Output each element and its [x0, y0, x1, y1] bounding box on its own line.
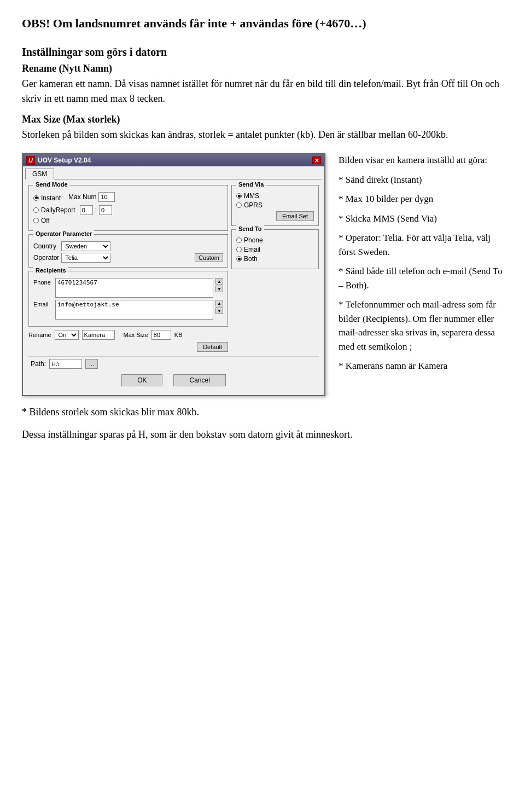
description-point-2: * Skicka MMS (Send Via) [339, 212, 503, 226]
send-mode-daily-row: DailyReport : [33, 205, 223, 215]
send-to-content: Phone Email Both [236, 236, 314, 263]
send-via-gprs-row: GPRS [236, 201, 314, 209]
phone-row: Phone 46701234567 ▲ ▼ [33, 278, 223, 298]
browse-button[interactable]: ... [85, 359, 98, 369]
send-to-email-radio[interactable] [236, 247, 242, 252]
send-mode-group: Send Mode Instant Max Num [28, 185, 228, 231]
close-button[interactable]: ✕ [312, 156, 321, 164]
custom-button[interactable]: Custom [195, 253, 223, 262]
description-intro: Bilden visar en kamera inställd att göra… [339, 153, 503, 167]
rename-heading: Rename (Nytt Namn) [22, 63, 503, 74]
maxsize-label: Max Size [124, 332, 148, 338]
footer2: Dessa inställningar sparas på H, som är … [22, 427, 503, 442]
right-column: Send Via MMS GPRS [231, 185, 319, 354]
titlebar-left: U UOV Setup V2.04 [26, 156, 91, 165]
operator-select[interactable]: Telia [61, 253, 110, 263]
description-point-4: * Sänd både till telefon och e-mail (Sen… [339, 264, 503, 292]
email-set-row: Email Set [236, 211, 314, 221]
path-label: Path: [31, 360, 46, 368]
send-mode-content: Instant Max Num DailyReport [33, 192, 223, 224]
description-point-6: * Kamerans namn är Kamera [339, 359, 503, 373]
rename-onoff-select[interactable]: On Off [55, 330, 79, 340]
email-scroll-up[interactable]: ▲ [215, 300, 223, 306]
send-mode-instant-label: Instant [41, 194, 61, 202]
send-via-gprs-label: GPRS [244, 201, 262, 209]
send-via-group: Send Via MMS GPRS [231, 185, 319, 226]
send-to-phone-label: Phone [244, 236, 263, 244]
description-panel: Bilden visar en kamera inställd att göra… [339, 153, 503, 396]
ok-cancel-row: OK Cancel [28, 371, 319, 390]
section1-heading: Inställningar som görs i datorn [22, 46, 503, 59]
description-point-1: * Max 10 bilder per dygn [339, 192, 503, 206]
page-title: OBS! Om landsnumret används får inte + a… [22, 16, 503, 31]
send-to-label: Send To [236, 225, 264, 232]
send-to-both-label: Both [244, 255, 258, 263]
maxsize-heading: Max Size (Max storlek) [22, 114, 503, 125]
rename-label: Rename [28, 332, 51, 338]
maxsize-input[interactable] [151, 330, 171, 340]
send-via-mms-radio[interactable] [236, 193, 242, 199]
phone-scroll-up[interactable]: ▲ [215, 278, 223, 285]
path-row: Path: ... [28, 356, 319, 371]
send-to-group: Send To Phone Email [231, 229, 319, 269]
recipients-content: Phone 46701234567 ▲ ▼ Email info@n [33, 278, 223, 320]
operator-label: Operator [33, 254, 59, 262]
default-button[interactable]: Default [197, 342, 228, 352]
dialog-title: UOV Setup V2.04 [38, 156, 91, 164]
daily-hour-input[interactable] [80, 205, 93, 215]
email-input[interactable]: info@nettojakt.se [55, 300, 213, 320]
operator-content: Country Sweden Operator Telia Custom [33, 241, 223, 263]
send-mode-instant-row: Instant Max Num [33, 192, 223, 204]
send-to-phone-radio[interactable] [236, 237, 242, 243]
send-to-both-radio[interactable] [236, 256, 242, 262]
phone-scroll-down[interactable]: ▼ [215, 286, 223, 292]
send-to-email-row: Email [236, 246, 314, 253]
send-mode-daily-label: DailyReport [41, 206, 75, 214]
operator-param-group: Operator Parameter Country Sweden Operat… [28, 234, 228, 268]
tab-gsm[interactable]: GSM [25, 169, 54, 179]
phone-scroll: ▲ ▼ [215, 278, 223, 292]
email-scroll-down[interactable]: ▼ [215, 308, 223, 314]
email-label: Email [33, 300, 53, 308]
rename-name-input[interactable] [82, 330, 115, 340]
maxnum-row: Max Num [68, 192, 115, 202]
two-col-layout: Send Mode Instant Max Num [28, 185, 319, 354]
dialog-window: U UOV Setup V2.04 ✕ GSM Send Mode [22, 153, 325, 396]
phone-input[interactable]: 46701234567 [55, 278, 213, 298]
country-select[interactable]: Sweden [61, 241, 110, 251]
default-btn-row: Default [28, 342, 228, 352]
phone-label: Phone [33, 278, 53, 286]
send-mode-instant-radio[interactable] [33, 195, 39, 201]
send-via-gprs-radio[interactable] [236, 202, 242, 208]
email-row: Email info@nettojakt.se ▲ ▼ [33, 300, 223, 320]
description-point-5: * Telefonnummer och mail-adress som får … [339, 298, 503, 353]
maxsize-desc: Storleken på bilden som skickas kan ändr… [22, 127, 503, 142]
country-label: Country [33, 242, 59, 250]
dialog-titlebar: U UOV Setup V2.04 ✕ [23, 154, 324, 166]
send-mode-off-radio[interactable] [33, 218, 39, 223]
maxnum-label: Max Num [68, 193, 96, 201]
send-via-content: MMS GPRS Email Set [236, 192, 314, 221]
rename-desc: Ger kameran ett namn. Då visas namnet is… [22, 77, 503, 106]
path-input[interactable] [49, 359, 82, 369]
dialog-content: Send Mode Instant Max Num [25, 182, 322, 393]
send-mode-off-label: Off [41, 217, 50, 224]
bottom-rename-row: Rename On Off Max Size KB [28, 330, 228, 340]
send-via-label: Send Via [236, 181, 266, 188]
send-to-both-row: Both [236, 255, 314, 263]
send-via-mms-row: MMS [236, 192, 314, 200]
send-to-email-label: Email [244, 246, 260, 253]
email-set-button[interactable]: Email Set [276, 211, 314, 221]
send-mode-daily-radio[interactable] [33, 207, 39, 213]
operator-param-label: Operator Parameter [33, 230, 94, 237]
maxnum-input[interactable] [98, 192, 115, 202]
kb-label: KB [174, 332, 183, 338]
footer1: * Bildens storlek som skickas blir max 8… [22, 405, 503, 420]
send-mode-label: Send Mode [33, 181, 70, 188]
send-via-mms-label: MMS [244, 192, 259, 200]
description-point-0: * Sänd direkt (Instant) [339, 173, 503, 187]
daily-min-input[interactable] [99, 205, 112, 215]
cancel-button[interactable]: Cancel [173, 374, 225, 386]
ok-button[interactable]: OK [121, 374, 162, 386]
app-icon: U [26, 156, 35, 165]
